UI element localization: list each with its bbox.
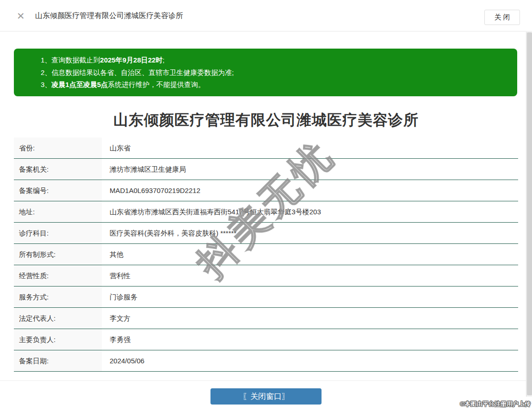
row-label: 经营性质: (14, 265, 102, 286)
row-label: 备案编号: (14, 180, 102, 201)
row-value: 医疗美容科(美容外科，美容皮肤科) ****** (102, 223, 236, 243)
scrollbar-track[interactable] (526, 32, 532, 397)
notice-line-3-prefix: 3、 (41, 81, 51, 88)
content-bottom-divider (0, 380, 532, 381)
notice-line-1-bold: 2025年9月28日22时 (100, 56, 162, 64)
row-value: 2024/05/06 (102, 350, 144, 371)
notice-line-3-bold: 凌晨1点至凌晨5点 (51, 81, 108, 88)
row-label: 所有制形式: (14, 244, 102, 265)
row-label: 地址: (14, 201, 102, 222)
notice-line-3: 3、凌晨1点至凌晨5点系统进行维护，不能提供查询。 (41, 79, 508, 91)
row-value: 营利性 (102, 265, 130, 286)
upload-credit-watermark: ©本图由平台注册用户上传 (460, 400, 531, 408)
notice-line-2: 2、信息数据结果以各省、自治区、直辖市卫生健康委数据为准; (41, 67, 508, 79)
notice-line-1-prefix: 1、查询数据截止到 (41, 56, 100, 64)
table-row-filing-date: 备案日期: 2024/05/06 (14, 350, 518, 372)
table-row-ownership: 所有制形式: 其他 (14, 244, 518, 265)
scrollbar-thumb[interactable] (527, 32, 532, 395)
close-x-icon[interactable]: ✕ (17, 11, 25, 20)
row-value: 山东省潍坊市潍城区西关街道福寿西街5417号恒大翡翠华庭3号楼203 (102, 201, 321, 222)
row-label: 诊疗科目: (14, 223, 102, 243)
row-label: 省份: (14, 137, 102, 158)
row-label: 备案日期: (14, 350, 102, 371)
row-value: 其他 (102, 244, 124, 265)
row-label: 备案机关: (14, 159, 102, 180)
header-close-button[interactable]: 关 闭 (484, 10, 520, 25)
row-value: MAD1A0L6937070219D2212 (102, 180, 200, 201)
table-row-legal-representative: 法定代表人: 李文方 (14, 308, 518, 329)
table-row-address: 地址: 山东省潍坊市潍城区西关街道福寿西街5417号恒大翡翠华庭3号楼203 (14, 201, 518, 223)
table-row-medical-subjects: 诊疗科目: 医疗美容科(美容外科，美容皮肤科) ****** (14, 223, 518, 244)
table-row-business-nature: 经营性质: 营利性 (14, 265, 518, 286)
table-row-principal: 主要负责人: 李勇强 (14, 329, 518, 350)
row-value: 门诊服务 (102, 286, 137, 307)
row-value: 潍坊市潍城区卫生健康局 (102, 159, 186, 180)
row-value: 李文方 (102, 308, 130, 329)
notice-line-1-suffix: ; (162, 56, 164, 64)
row-label: 主要负责人: (14, 329, 102, 350)
notice-line-3-suffix: 系统进行维护，不能提供查询。 (108, 81, 205, 88)
notice-line-1: 1、查询数据截止到2025年9月28日22时; (41, 54, 508, 67)
close-window-button[interactable]: 〖关闭窗口〗 (210, 388, 322, 405)
row-value: 李勇强 (102, 329, 130, 350)
modal-header: ✕ 山东倾颜医疗管理有限公司潍城医疗美容诊所 关 闭 (0, 0, 532, 31)
row-label: 服务方式: (14, 286, 102, 307)
table-row-province: 省份: 山东省 (14, 137, 518, 159)
row-label: 法定代表人: (14, 308, 102, 329)
table-row-filing-authority: 备案机关: 潍坊市潍城区卫生健康局 (14, 159, 518, 180)
record-info-table: 省份: 山东省 备案机关: 潍坊市潍城区卫生健康局 备案编号: MAD1A0L6… (14, 137, 518, 372)
table-row-service-mode: 服务方式: 门诊服务 (14, 286, 518, 308)
page-title: 山东倾颜医疗管理有限公司潍城医疗美容诊所 (0, 110, 532, 131)
notice-banner: 1、查询数据截止到2025年9月28日22时; 2、信息数据结果以各省、自治区、… (14, 49, 517, 96)
table-row-filing-number: 备案编号: MAD1A0L6937070219D2212 (14, 180, 518, 201)
row-value: 山东省 (102, 137, 130, 158)
modal-title: 山东倾颜医疗管理有限公司潍城医疗美容诊所 (35, 11, 183, 20)
